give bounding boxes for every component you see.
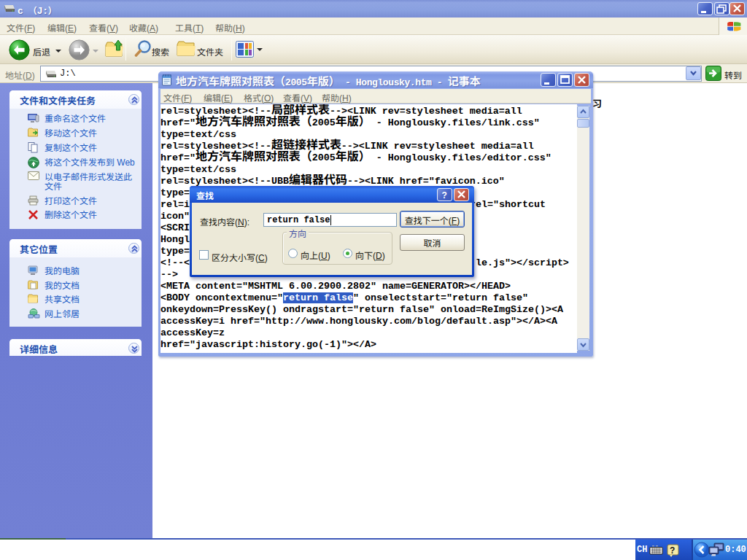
svg-text:?: ? — [670, 545, 675, 556]
svg-text:?: ? — [442, 190, 447, 201]
